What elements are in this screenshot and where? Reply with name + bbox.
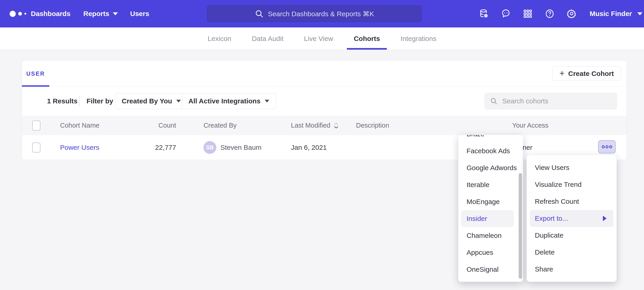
divider xyxy=(79,96,80,106)
tab-lexicon[interactable]: Lexicon xyxy=(201,28,238,50)
export-submenu-list: Braze Facebook Ads Google Adwords Iterab… xyxy=(458,135,523,278)
logo-dot-small xyxy=(24,13,26,15)
filter-integrations-dropdown[interactable]: All Active Integrations xyxy=(182,93,276,109)
sort-icon[interactable] xyxy=(334,122,339,129)
filter-created-by-dropdown[interactable]: Created By You xyxy=(115,93,188,109)
cohort-search-input[interactable] xyxy=(502,97,612,105)
created-by-name: Steven Baum xyxy=(220,144,262,152)
tab-cohorts[interactable]: Cohorts xyxy=(347,28,387,50)
global-search-placeholder: Search Dashboards & Reports ⌘K xyxy=(268,10,374,18)
submenu-item-insider[interactable]: Insider xyxy=(461,210,514,227)
submenu-arrow-icon xyxy=(603,216,606,221)
column-header-last-modified[interactable]: Last Modified xyxy=(291,116,339,135)
export-submenu: Braze Facebook Ads Google Adwords Iterab… xyxy=(458,135,523,282)
chevron-down-icon xyxy=(176,100,181,102)
cohort-search-field xyxy=(484,93,617,109)
logo-dot-large xyxy=(10,11,16,17)
chevron-down-icon xyxy=(638,12,642,15)
tab-integrations[interactable]: Integrations xyxy=(394,28,443,50)
submenu-item-chameleon[interactable]: Chameleon xyxy=(458,227,523,244)
avatar: SB xyxy=(204,141,216,154)
secondary-tabs: Lexicon Data Audit Live View Cohorts Int… xyxy=(201,28,443,50)
column-header-count[interactable]: Count xyxy=(120,116,176,135)
submenu-item-facebook-ads[interactable]: Facebook Ads xyxy=(458,142,523,160)
menu-item-refresh-count[interactable]: Refresh Count xyxy=(526,193,616,210)
nav-item-dashboards[interactable]: Dashboards xyxy=(31,0,70,28)
submenu-item-moengage[interactable]: MoEngage xyxy=(458,193,523,210)
results-count: 1 Results xyxy=(47,86,78,116)
project-name: Music Finder xyxy=(590,10,632,18)
chevron-down-icon xyxy=(265,100,269,102)
submenu-item-iterable[interactable]: Iterable xyxy=(458,176,523,193)
scrollbar-thumb[interactable] xyxy=(519,173,522,279)
column-header-description[interactable]: Description xyxy=(356,116,389,135)
secondary-navbar: Lexicon Data Audit Live View Cohorts Int… xyxy=(0,28,644,50)
submenu-item-google-adwords[interactable]: Google Adwords xyxy=(458,160,523,176)
created-by-cell: SB Steven Baum xyxy=(204,135,262,160)
settings-icon[interactable] xyxy=(566,9,577,19)
column-header-created-by[interactable]: Created By xyxy=(204,116,236,135)
ellipsis-icon xyxy=(601,144,613,149)
submenu-item-braze[interactable]: Braze xyxy=(458,135,523,142)
cohort-count: 22,777 xyxy=(120,135,176,160)
top-navbar: Dashboards Reports Users Search Dashboar… xyxy=(0,0,644,28)
row-checkbox[interactable] xyxy=(32,142,40,153)
menu-item-view-users[interactable]: View Users xyxy=(526,159,616,176)
help-icon[interactable] xyxy=(544,9,555,19)
brand-logo[interactable] xyxy=(10,0,26,28)
filter-by-label: Filter by xyxy=(86,86,113,116)
plus-icon: + xyxy=(560,69,564,78)
column-header-your-access[interactable]: Your Access xyxy=(512,116,548,135)
apps-grid-icon[interactable] xyxy=(522,9,533,19)
filter-bar: 1 Results Filter by Created By You All A… xyxy=(22,86,627,116)
table-header: Cohort Name Count Created By Last Modifi… xyxy=(22,116,627,135)
chevron-down-icon xyxy=(113,12,118,15)
global-search-input[interactable]: Search Dashboards & Reports ⌘K xyxy=(207,5,422,22)
search-icon xyxy=(255,9,264,18)
submenu-item-appcues[interactable]: Appcues xyxy=(458,244,523,261)
cohort-type-tabbar: USER + Create Cohort xyxy=(22,61,627,86)
tab-user-cohorts[interactable]: USER xyxy=(22,61,49,86)
select-all-checkbox[interactable] xyxy=(32,120,40,130)
cohorts-panel: USER + Create Cohort 1 Results Filter by… xyxy=(22,61,627,160)
menu-item-delete[interactable]: Delete xyxy=(526,244,616,261)
menu-item-visualize-trend[interactable]: Visualize Trend xyxy=(526,176,616,193)
search-icon xyxy=(490,97,498,105)
tab-live-view[interactable]: Live View xyxy=(297,28,340,50)
nav-item-users[interactable]: Users xyxy=(130,0,149,28)
logo-dot-medium xyxy=(18,12,22,16)
last-modified-cell: Jan 6, 2021 xyxy=(291,135,327,160)
feedback-icon[interactable] xyxy=(500,9,511,19)
menu-item-duplicate[interactable]: Duplicate xyxy=(526,227,616,244)
cohort-name-link[interactable]: Power Users xyxy=(60,144,99,152)
data-management-icon[interactable] xyxy=(479,9,489,19)
topnav-icon-group xyxy=(479,0,577,28)
row-actions-button[interactable] xyxy=(598,140,616,154)
column-header-cohort-name[interactable]: Cohort Name xyxy=(60,116,99,135)
menu-item-export-to[interactable]: Export to... xyxy=(530,210,614,227)
menu-item-share[interactable]: Share xyxy=(526,261,616,278)
project-switcher[interactable]: Music Finder xyxy=(590,0,642,28)
row-context-menu: View Users Visualize Trend Refresh Count… xyxy=(526,155,616,282)
submenu-item-onesignal[interactable]: OneSignal xyxy=(458,261,523,278)
nav-item-reports[interactable]: Reports xyxy=(83,0,118,28)
create-cohort-button[interactable]: + Create Cohort xyxy=(552,66,621,81)
tab-data-audit[interactable]: Data Audit xyxy=(245,28,290,50)
